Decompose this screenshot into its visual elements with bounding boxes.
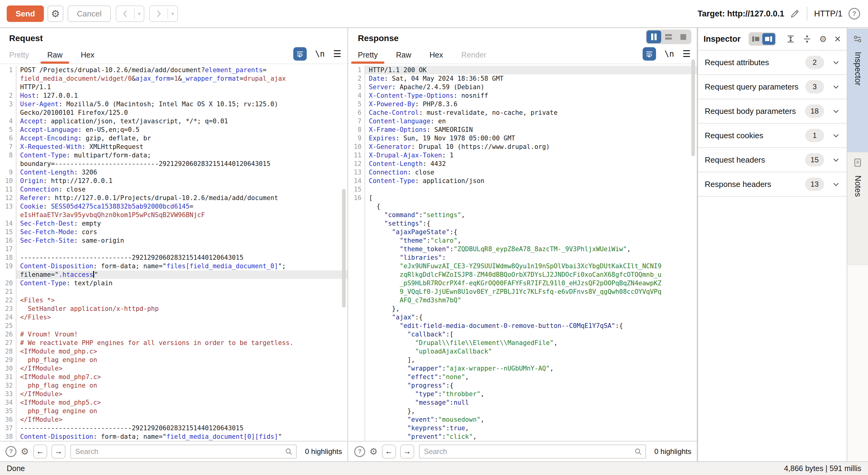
code-line[interactable]: filename=".htaccess" — [0, 271, 347, 279]
code-line[interactable]: 1HTTP/1.1 200 OK — [349, 66, 697, 74]
word-wrap-icon[interactable] — [293, 47, 307, 61]
code-line[interactable]: 37-----------------------------292129206… — [0, 424, 347, 432]
code-line[interactable]: "command":"settings", — [349, 211, 697, 219]
search-next-button[interactable]: → — [52, 445, 65, 458]
tab-hex[interactable]: Hex — [429, 51, 443, 64]
edit-target-button[interactable] — [790, 8, 800, 19]
http-version-label[interactable]: HTTP/1 — [814, 9, 842, 19]
code-line[interactable]: 3User-Agent: Mozilla/5.0 (Macintosh; Int… — [0, 100, 347, 108]
code-line[interactable]: "event":"mousedown", — [349, 415, 697, 424]
tab-pretty[interactable]: Pretty — [9, 51, 29, 64]
inspector-layout-left-button[interactable] — [749, 33, 762, 45]
search-help-icon[interactable]: ? — [354, 446, 365, 457]
sidebar-tab-notes[interactable]: Notes — [847, 152, 868, 265]
code-line[interactable]: "eJx9UNFuwzAI_CE3-YZ9SUUIWdmw8Qyu1n19nSp… — [349, 262, 697, 271]
code-line[interactable]: 23 SetHandler application/x-httpd-php — [0, 305, 347, 313]
code-line[interactable]: 32 php_flag engine on — [0, 381, 347, 390]
code-line[interactable]: 18-----------------------------292129206… — [0, 253, 347, 262]
inspector-section-request-body-parameters[interactable]: Request body parameters18 — [698, 99, 847, 124]
inspector-section-request-query-parameters[interactable]: Request query parameters3 — [698, 75, 847, 99]
request-scrollbar[interactable] — [342, 189, 346, 308]
search-prev-button[interactable]: ← — [33, 445, 47, 458]
collapse-all-icon[interactable] — [803, 34, 812, 43]
show-newlines-icon[interactable]: \n — [664, 49, 674, 59]
code-line[interactable]: }, — [349, 305, 697, 313]
code-line[interactable]: "libraries": — [349, 253, 697, 262]
code-line[interactable]: 13Connection: close — [349, 168, 697, 177]
code-line[interactable]: "ajax":{ — [349, 313, 697, 321]
tab-hex[interactable]: Hex — [81, 51, 94, 64]
code-line[interactable]: 5Accept-Language: en-US,en;q=0.5 — [0, 125, 347, 134]
code-line[interactable]: 7Content-language: en — [349, 117, 697, 125]
code-line[interactable]: 11X-Drupal-Ajax-Token: 1 — [349, 151, 697, 160]
code-line[interactable]: field_media_document/widget/0&ajax_form=… — [0, 74, 347, 83]
code-line[interactable]: Gecko/20100101 Firefox/125.0 — [0, 108, 347, 117]
response-editor[interactable]: 1HTTP/1.1 200 OK2Date: Sat, 04 May 2024 … — [349, 64, 697, 441]
code-line[interactable]: "theme_token":"ZQDBULqR8_eypZ8eA78_8azcT… — [349, 245, 697, 253]
code-line[interactable]: 6Accept-Encoding: gzip, deflate, br — [0, 134, 347, 142]
code-line[interactable]: 22<Files *> — [0, 296, 347, 305]
code-line[interactable]: 24</Files> — [0, 313, 347, 321]
tab-raw[interactable]: Raw — [396, 51, 411, 64]
code-line[interactable]: 2Host: 127.0.0.1 — [0, 91, 347, 100]
code-line[interactable]: 19Content-Disposition: form-data; name="… — [0, 262, 347, 271]
code-line[interactable]: 8Content-Type: multipart/form-data; — [0, 151, 347, 160]
code-line[interactable]: 27# We reactivate PHP engines for all ve… — [0, 339, 347, 347]
word-wrap-icon[interactable] — [643, 47, 656, 61]
code-line[interactable]: 34<IfModule mod_php5.c> — [0, 398, 347, 407]
code-line[interactable]: 4X-Content-Type-Options: nosniff — [349, 91, 697, 100]
forward-dropdown-icon[interactable]: ▾ — [168, 6, 177, 21]
code-line[interactable]: "Drupal\\file\\Element\\ManagedFile", — [349, 339, 697, 347]
inspector-section-request-headers[interactable]: Request headers15 — [698, 148, 847, 172]
code-line[interactable]: "edit-field-media-document-0-remove-butt… — [349, 321, 697, 330]
code-line[interactable]: 16Sec-Fetch-Site: same-origin — [0, 236, 347, 245]
tab-pretty[interactable]: Pretty — [358, 51, 378, 64]
response-search-input[interactable] — [419, 445, 646, 458]
code-line[interactable]: 26# Vroum! Vroum! — [0, 330, 347, 339]
code-line[interactable]: 30</IfModule> — [0, 364, 347, 373]
search-help-icon[interactable]: ? — [5, 446, 17, 457]
code-line[interactable]: { — [349, 202, 697, 211]
code-line[interactable]: 9_VQqLf0-JjUEwn8U1ov0EY_rZPBLJ1Yc7KLFsfq… — [349, 287, 697, 296]
code-line[interactable]: "uploadAjaxCallback" — [349, 347, 697, 356]
code-line[interactable]: 25 — [0, 321, 347, 330]
request-search-input[interactable] — [70, 445, 297, 458]
code-line[interactable]: _pS9HLbR7ROcrPX4f-eqKGrOQ00FAFYFsR7IFZL9… — [349, 279, 697, 287]
code-line[interactable]: 14Sec-Fetch-Dest: empty — [0, 219, 347, 228]
code-line[interactable]: "message":null — [349, 398, 697, 407]
code-line[interactable]: 21 — [0, 287, 347, 296]
tab-raw[interactable]: Raw — [47, 51, 62, 64]
code-line[interactable]: 15 — [349, 185, 697, 194]
show-newlines-icon[interactable]: \n — [315, 49, 325, 59]
code-line[interactable]: "type":"throbber", — [349, 390, 697, 398]
code-line[interactable]: }, — [349, 407, 697, 415]
code-line[interactable]: 12Content-Length: 4432 — [349, 160, 697, 168]
search-prev-button[interactable]: ← — [382, 445, 396, 458]
code-line[interactable]: "ajaxPageState":{ — [349, 228, 697, 236]
editor-menu-icon[interactable]: ☰ — [333, 49, 341, 59]
code-line[interactable]: AFQ_c7md3shm7bQ" — [349, 296, 697, 305]
code-line[interactable]: 20Content-Type: text/plain — [0, 279, 347, 287]
code-line[interactable]: 35 php_flag engine on — [0, 407, 347, 415]
code-line[interactable]: 38Content-Disposition: form-data; name="… — [0, 432, 347, 441]
code-line[interactable]: 9Content-Length: 3206 — [0, 168, 347, 177]
response-scrollbar[interactable] — [691, 59, 695, 156]
cancel-button[interactable]: Cancel — [68, 5, 111, 22]
request-editor[interactable]: 1POST /Projects/drupal-10.2.6/media/add/… — [0, 64, 347, 441]
code-line[interactable]: 28<IfModule mod_php.c> — [0, 347, 347, 356]
code-line[interactable]: 2Date: Sat, 04 May 2024 18:36:58 GMT — [349, 74, 697, 83]
inspector-settings-icon[interactable]: ⚙ — [819, 34, 827, 44]
code-line[interactable]: 3Server: Apache/2.4.59 (Debian) — [349, 83, 697, 91]
code-line[interactable]: 11Connection: close — [0, 185, 347, 194]
code-line[interactable]: HTTP/1.1 — [0, 83, 347, 91]
send-settings-button[interactable]: ⚙ — [48, 5, 63, 22]
layout-single-button[interactable] — [676, 30, 690, 43]
code-line[interactable]: 36</IfModule> — [0, 415, 347, 424]
help-icon[interactable]: ? — [848, 8, 860, 20]
code-line[interactable]: zqRlkgDdlcFWZoISJP8-ZM40dBBQoOrbX7DYsLJ2… — [349, 271, 697, 279]
code-line[interactable]: 13Cookie: SESS05d4275ca1538832b5ab92000b… — [0, 202, 347, 211]
code-line[interactable]: "effect":"none", — [349, 373, 697, 381]
inspector-section-request-cookies[interactable]: Request cookies1 — [698, 124, 847, 148]
code-line[interactable]: "wrapper":"ajax-wrapper--nUGbUMnY-AQ", — [349, 364, 697, 373]
code-line[interactable]: 31<IfModule mod_php7.c> — [0, 373, 347, 381]
